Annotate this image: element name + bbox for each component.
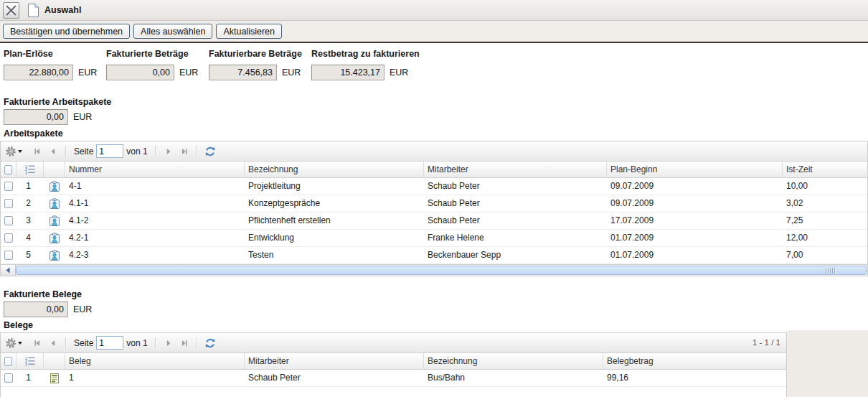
column-header-mitarbeiter[interactable]: Mitarbeiter: [424, 162, 607, 177]
last-page-button[interactable]: [176, 335, 192, 351]
column-header-ist-zeit[interactable]: Ist-Zeit: [783, 162, 867, 177]
plan-erloese-value: 22.880,00: [4, 65, 73, 80]
close-button[interactable]: [3, 2, 19, 19]
scroll-left-button[interactable]: [1, 265, 16, 276]
cell-mitarbeiter: Schaub Peter: [424, 212, 607, 229]
cell-bezeichnung: Entwicklung: [245, 230, 424, 246]
arbeitspakete-row[interactable]: 4 4.2-1 Entwicklung Franke Helene 01.07.…: [1, 230, 867, 247]
cell-plan-beginn: 01.07.2009: [607, 247, 783, 263]
cell-bezeichnung: Testen: [245, 247, 424, 263]
confirm-apply-button[interactable]: Bestätigen und übernehmen: [3, 24, 130, 39]
scrollbar-grip: [826, 268, 835, 274]
belege-row[interactable]: 1 1 Schaub Peter Bus/Bahn 99,16: [1, 370, 786, 387]
refresh-icon: [204, 146, 216, 157]
cell-mitarbeiter: Schaub Peter: [424, 195, 607, 212]
arbeitspakete-row[interactable]: 3 4.1-2 Pflichtenheft erstellen Schaub P…: [1, 212, 867, 230]
next-page-button[interactable]: [161, 144, 176, 159]
chevron-down-icon: [18, 150, 22, 153]
belege-header: 1 2 3 Beleg Mitarbeiter Bezeichnung Bele…: [1, 353, 786, 370]
action-toolbar: Bestätigen und übernehmen Alles auswähle…: [0, 21, 868, 43]
header-checkbox[interactable]: [4, 165, 12, 174]
header-checkbox[interactable]: [4, 357, 12, 366]
last-page-button[interactable]: [176, 144, 192, 159]
row-number: 4: [16, 230, 44, 246]
arbeitspakete-row[interactable]: 5 4.2-3 Testen Beckenbauer Sepp 01.07.20…: [1, 247, 867, 264]
cell-nummer: 4.2-1: [65, 230, 245, 246]
first-page-button[interactable]: [29, 335, 45, 351]
cell-ist-zeit: 3,02: [783, 195, 867, 212]
belege-grid: Seite von 1: [0, 332, 787, 397]
of-pages-label: von 1: [126, 338, 147, 348]
column-header-bezeichnung[interactable]: Bezeichnung: [245, 162, 424, 177]
pager-separator: [155, 337, 156, 348]
work-package-icon: [44, 212, 65, 229]
page-number-input[interactable]: [96, 144, 123, 158]
cell-ist-zeit: 7,00: [783, 247, 867, 263]
cell-belegbetrag: 99,16: [603, 370, 786, 386]
row-checkbox[interactable]: [4, 233, 13, 243]
background-panel: [787, 330, 868, 397]
restbetrag-label: Restbetrag zu fakturieren: [311, 49, 420, 59]
row-number: 3: [16, 212, 44, 229]
auswahl-window: Auswahl Bestätigen und übernehmen Alles …: [0, 0, 868, 397]
column-header-bezeichnung[interactable]: Bezeichnung: [424, 353, 603, 369]
row-numberer-header: 1 2 3: [16, 353, 44, 369]
row-checkbox[interactable]: [4, 251, 13, 260]
reload-grid-button[interactable]: [202, 144, 218, 159]
select-all-checkbox-header[interactable]: [1, 162, 16, 177]
cell-bezeichnung: Pflichtenheft erstellen: [245, 212, 424, 229]
row-number: 1: [16, 370, 44, 386]
row-checkbox[interactable]: [4, 199, 13, 208]
cell-ist-zeit: 7,25: [783, 212, 867, 229]
belege-label: Belege: [4, 320, 33, 330]
prev-page-button[interactable]: [45, 335, 61, 351]
arbeitspakete-row[interactable]: 2 4.1-1 Konzeptgespräche Schaub Peter 09…: [1, 195, 867, 212]
fakturierte-arbeitspakete-value: 0,00: [4, 109, 68, 125]
reload-grid-button[interactable]: [202, 335, 218, 351]
grid-settings-button[interactable]: [5, 337, 22, 349]
first-page-button[interactable]: [29, 144, 45, 159]
scroll-left-icon: [5, 267, 11, 274]
row-numberer-header: 1 2 3: [16, 162, 44, 177]
column-header-plan-beginn[interactable]: Plan-Beginn: [607, 162, 783, 177]
type-icon-header: [44, 353, 65, 369]
seite-label: Seite: [74, 338, 93, 348]
cell-plan-beginn: 09.07.2009: [607, 178, 783, 195]
row-checkbox[interactable]: [4, 373, 13, 383]
arbeitspakete-row[interactable]: 1 4-1 Projektleitung Schaub Peter 09.07.…: [1, 178, 867, 195]
cell-bezeichnung: Bus/Bahn: [424, 370, 603, 386]
prev-page-icon: [48, 338, 58, 348]
cell-plan-beginn: 17.07.2009: [607, 212, 783, 229]
scrollbar-thumb[interactable]: [16, 266, 867, 275]
grid-settings-button[interactable]: [5, 146, 22, 157]
prev-page-button[interactable]: [45, 144, 61, 159]
arbeitspakete-grid: Seite von 1: [0, 141, 868, 276]
arbeitspakete-header: 1 2 3 Nummer Bezeichnung Mitarbeiter Pla…: [1, 162, 867, 178]
refresh-icon: [204, 337, 216, 349]
row-number: 1: [16, 178, 44, 195]
page-number-input[interactable]: [96, 336, 123, 350]
type-icon-header: [44, 162, 65, 177]
column-header-mitarbeiter[interactable]: Mitarbeiter: [245, 353, 424, 369]
cell-mitarbeiter: Franke Helene: [424, 230, 607, 246]
svg-text:3: 3: [25, 171, 27, 174]
select-all-button[interactable]: Alles auswählen: [133, 24, 212, 39]
svg-text:3: 3: [25, 363, 27, 366]
row-checkbox[interactable]: [4, 182, 13, 191]
receipt-icon: [44, 370, 65, 386]
fakturierte-betraege-label: Fakturierte Beträge: [106, 49, 189, 59]
cell-bezeichnung: Konzeptgespräche: [245, 195, 424, 212]
select-all-checkbox-header[interactable]: [1, 353, 16, 369]
fakturierte-belege-field: 0,00 EUR: [4, 302, 92, 317]
next-page-button[interactable]: [161, 335, 176, 351]
work-package-icon: [44, 195, 65, 212]
refresh-button[interactable]: Aktualisieren: [216, 24, 282, 39]
fakturierte-arbeitspakete-label: Fakturierte Arbeitspakete: [4, 97, 111, 107]
row-checkbox[interactable]: [4, 216, 13, 225]
fakturierte-arbeitspakete-currency: EUR: [73, 112, 92, 122]
column-header-beleg[interactable]: Beleg: [65, 353, 245, 369]
column-header-belegbetrag[interactable]: Belegbetrag: [603, 353, 786, 369]
column-header-nummer[interactable]: Nummer: [65, 162, 245, 177]
cell-bezeichnung: Projektleitung: [245, 178, 424, 195]
fakturierte-belege-label: Fakturierte Belege: [4, 289, 82, 299]
